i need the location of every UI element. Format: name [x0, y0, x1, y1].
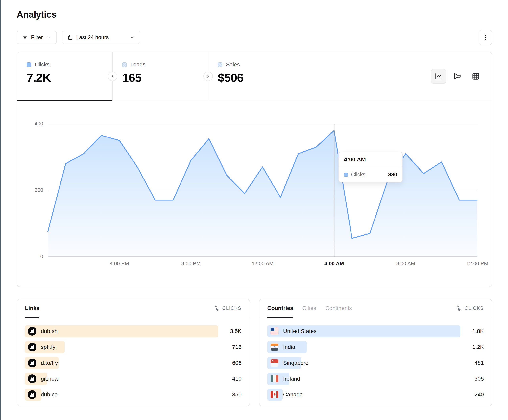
chart-type-switcher: [431, 69, 483, 84]
in-flag-icon: [270, 343, 279, 351]
expand-clicks-button[interactable]: [108, 72, 117, 81]
date-range-label: Last 24 hours: [76, 35, 109, 41]
country-row-label: United States: [283, 328, 317, 334]
controls-row: Filter Last 24 hours: [17, 30, 492, 45]
line-chart-view-button[interactable]: [431, 69, 446, 84]
country-row-clicks-value: 481: [474, 360, 484, 366]
dub-logo-icon: [28, 390, 37, 399]
breakdown-panels: Links CLICKS dub.sh3.5K spti.fyi716 d.to…: [17, 298, 492, 406]
dub-logo-icon: [28, 359, 37, 367]
ie-flag-icon: [270, 374, 279, 383]
page-edge-accent: [0, 0, 1, 420]
tab-clicks[interactable]: Clicks 7.2K: [17, 52, 112, 101]
links-panel: Links CLICKS dub.sh3.5K spti.fyi716 d.to…: [17, 298, 250, 406]
x-axis-tick-label: 8:00 AM: [384, 261, 427, 267]
country-row[interactable]: United States1.8K: [267, 325, 484, 337]
y-axis-tick-label: 0: [25, 253, 43, 260]
x-axis-tick-label: 4:00 AM: [312, 261, 356, 267]
tab-cities[interactable]: Cities: [302, 299, 316, 318]
country-row[interactable]: Ireland305: [267, 373, 484, 385]
chevron-down-icon: [129, 35, 135, 40]
expand-leads-button[interactable]: [203, 72, 213, 81]
tooltip-time: 4:00 AM: [339, 152, 402, 167]
dub-logo-icon: [28, 374, 37, 383]
dub-logo-icon: [28, 327, 37, 336]
x-axis-tick-label: 8:00 PM: [169, 261, 213, 267]
link-row-clicks-value: 716: [232, 344, 242, 350]
link-row-clicks-value: 606: [232, 360, 242, 366]
country-row[interactable]: Canada240: [267, 389, 484, 401]
calendar-icon: [67, 35, 73, 40]
tooltip-series-name: Clicks: [351, 172, 385, 178]
links-list: dub.sh3.5K spti.fyi716 d.to/try606 git.n…: [17, 318, 250, 401]
page-title: Analytics: [17, 9, 492, 20]
geo-metric-toggle[interactable]: CLICKS: [456, 299, 484, 318]
x-axis-tick-label: 12:00 AM: [241, 261, 284, 267]
date-range-button[interactable]: Last 24 hours: [62, 31, 140, 44]
funnel-icon: [453, 72, 461, 80]
stats-header: Clicks 7.2K Leads 165: [17, 52, 492, 101]
clicks-tab-label: Clicks: [35, 61, 50, 68]
dub-logo-icon: [28, 343, 37, 351]
tab-sales[interactable]: Sales $506: [208, 52, 304, 101]
chevron-down-icon: [46, 35, 51, 40]
filter-button[interactable]: Filter: [17, 31, 57, 44]
country-row-label: Canada: [283, 391, 303, 398]
links-panel-header: Links CLICKS: [17, 299, 250, 318]
leads-value: 165: [122, 71, 198, 85]
us-flag-icon: [270, 327, 279, 336]
country-row-clicks-value: 240: [474, 391, 484, 398]
line-chart-icon: [434, 72, 443, 80]
cursor-click-icon: [214, 305, 220, 311]
country-row[interactable]: India1.2K: [267, 341, 484, 353]
link-row-clicks-value: 410: [232, 376, 242, 382]
ca-flag-icon: [270, 390, 279, 399]
link-row-label: spti.fyi: [41, 344, 57, 350]
geo-panel-header: Countries Cities Continents CLICKS: [260, 299, 492, 318]
y-axis-tick-label: 200: [25, 187, 43, 193]
sales-value: $506: [218, 71, 294, 85]
link-row-label: d.to/try: [41, 360, 58, 366]
tab-leads[interactable]: Leads 165: [113, 52, 208, 101]
table-view-button[interactable]: [468, 69, 483, 84]
clicks-legend-swatch: [27, 62, 31, 67]
links-metric-toggle[interactable]: CLICKS: [214, 299, 242, 318]
country-row-clicks-value: 1.2K: [472, 344, 484, 350]
link-row[interactable]: spti.fyi716: [25, 341, 242, 353]
sg-flag-icon: [270, 359, 279, 367]
chart-tooltip: 4:00 AM Clicks 380: [338, 152, 403, 182]
link-row[interactable]: dub.sh3.5K: [25, 325, 242, 337]
link-row-clicks-value: 3.5K: [230, 328, 242, 334]
tab-continents[interactable]: Continents: [325, 299, 352, 318]
clicks-value: 7.2K: [27, 71, 103, 85]
tooltip-legend-swatch: [344, 173, 348, 177]
link-row-clicks-value: 350: [232, 391, 242, 398]
leads-legend-swatch: [122, 62, 127, 67]
link-row[interactable]: git.new410: [25, 373, 242, 385]
link-row[interactable]: dub.co350: [25, 389, 242, 401]
link-row[interactable]: d.to/try606: [25, 357, 242, 369]
cursor-click-icon: [456, 305, 462, 311]
country-row[interactable]: Singapore481: [267, 357, 484, 369]
country-row-label: India: [283, 344, 295, 350]
link-row-label: dub.sh: [41, 328, 58, 334]
filter-button-label: Filter: [31, 35, 43, 41]
countries-list: United States1.8K India1.2K Singapore481…: [260, 318, 492, 401]
chevron-right-icon: [110, 74, 115, 79]
clicks-chart: 4002000 4:00 PM8:00 PM12:00 AM4:00 AM8:0…: [17, 101, 492, 287]
links-metric-label: CLICKS: [222, 306, 242, 311]
chart-plot-area[interactable]: [48, 124, 477, 257]
funnel-view-button[interactable]: [450, 69, 465, 84]
tab-countries[interactable]: Countries: [267, 299, 293, 318]
kebab-menu-icon: [482, 34, 488, 41]
x-axis-tick-label: 4:00 PM: [97, 261, 141, 267]
analytics-page: Analytics Filter Last 24 hours: [0, 0, 508, 406]
grid-table-icon: [472, 72, 480, 80]
filter-icon: [22, 35, 28, 40]
more-options-button[interactable]: [479, 30, 492, 45]
y-axis-tick-label: 400: [25, 121, 43, 127]
country-row-clicks-value: 1.8K: [472, 328, 484, 334]
country-row-clicks-value: 305: [474, 376, 484, 382]
tab-links[interactable]: Links: [25, 299, 39, 318]
country-row-label: Singapore: [283, 360, 309, 366]
